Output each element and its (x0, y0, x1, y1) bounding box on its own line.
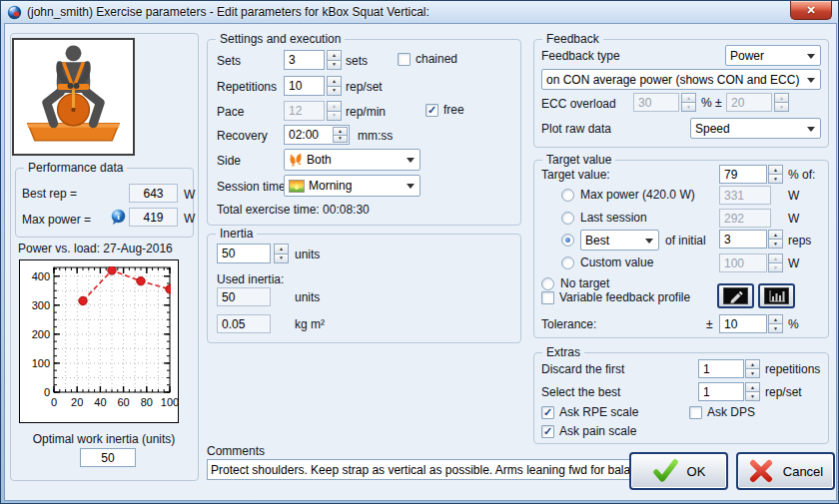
radio-circle (561, 256, 574, 269)
profile-chart-button[interactable] (758, 283, 795, 308)
ask-rpe-label: Ask RPE scale (559, 405, 638, 419)
last-session-radio[interactable]: Last session (561, 211, 647, 225)
target-value-caption: Target value (542, 153, 615, 167)
best-dropdown[interactable]: Best (580, 230, 659, 251)
select-best-field[interactable]: 1 (698, 382, 744, 401)
max-power-target-field: 331 (719, 186, 771, 205)
app-icon (7, 5, 22, 20)
free-pace-checkbox[interactable]: ✓ free (425, 103, 464, 117)
spin-down-button[interactable]: ▼ (274, 253, 289, 264)
window-title: (john_smith) Exercise parameters - Edit … (27, 5, 429, 19)
custom-value-radio[interactable]: Custom value (561, 255, 653, 269)
target-value-group: Target value (533, 160, 829, 338)
ok-check-icon (652, 458, 678, 484)
variable-feedback-checkbox[interactable]: Variable feedback profile (541, 290, 690, 304)
spin-down-button[interactable]: ▼ (327, 60, 342, 71)
discard-first-label: Discard the first (541, 362, 624, 376)
feedback-type-dropdown[interactable]: Power (725, 45, 821, 66)
spin-down-button[interactable]: ▼ (333, 135, 348, 144)
select-best-spinner: ▲ ▼ (745, 382, 760, 401)
checkbox-box (541, 291, 554, 304)
ask-dps-checkbox[interactable]: Ask DPS (689, 405, 755, 419)
plot-raw-data-dropdown[interactable]: Speed (690, 118, 821, 139)
cancel-x-icon (748, 458, 774, 484)
chevron-down-icon (407, 158, 415, 163)
no-target-radio[interactable]: No target (541, 276, 609, 290)
ask-rpe-checkbox[interactable]: ✓ Ask RPE scale (541, 405, 638, 419)
tolerance-field[interactable]: 10 (719, 314, 767, 333)
max-power-target-unit: W (788, 189, 799, 203)
spin-down-button: ▼ (774, 102, 789, 112)
spin-down-button[interactable]: ▼ (745, 391, 760, 401)
ask-pain-checkbox[interactable]: ✓ Ask pain scale (541, 424, 636, 438)
max-power-radio[interactable]: Max power (420.0 W) (561, 188, 695, 202)
spin-down-button[interactable]: ▼ (768, 239, 783, 249)
tolerance-spinner: ▲ ▼ (768, 314, 783, 333)
ecc-range-spinner: ▲ ▼ (774, 93, 789, 112)
session-time-dropdown[interactable]: Morning (284, 175, 420, 197)
power-load-chart-svg: 0204060801000100200300400 (20, 260, 178, 422)
plot-raw-data-value: Speed (695, 122, 730, 136)
plot-raw-data-label: Plot raw data (541, 122, 611, 136)
exercise-illustration (12, 38, 135, 156)
comments-input[interactable] (207, 459, 640, 480)
svg-text:300: 300 (32, 299, 50, 311)
discard-first-field[interactable]: 1 (698, 359, 744, 378)
cancel-button[interactable]: Cancel (736, 452, 835, 490)
settings-caption: Settings and execution (216, 32, 345, 46)
no-target-radio-label: No target (560, 276, 609, 290)
svg-text:60: 60 (117, 396, 129, 408)
power-load-chart-title: Power vs. load: 27-Aug-2016 (18, 242, 173, 255)
performance-data-caption: Performance data (24, 161, 127, 175)
svg-text:0: 0 (44, 386, 50, 398)
ok-button[interactable]: OK (629, 452, 728, 490)
feedback-type-label: Feedback type (541, 49, 620, 63)
initial-reps-field[interactable]: 3 (719, 230, 767, 249)
svg-text:100: 100 (32, 357, 50, 369)
ecc-overload-field: 30 (633, 93, 679, 112)
svg-text:0: 0 (51, 396, 57, 408)
sets-field[interactable]: 3 (284, 50, 325, 70)
inertia-field[interactable]: 50 (217, 244, 271, 263)
spin-down-button[interactable]: ▼ (745, 368, 760, 378)
checkbox-box (398, 53, 411, 66)
free-label: free (443, 103, 464, 117)
best-of-initial-radio[interactable] (561, 234, 574, 247)
recovery-value: 02:00 (289, 128, 319, 142)
inertia-unit: units (295, 248, 320, 261)
side-dropdown[interactable]: Both (284, 149, 420, 171)
kbox-squat-figure-icon (14, 40, 133, 154)
feedback-type-value: Power (730, 49, 764, 63)
feedback-mode-value: on CON average power (shows CON and ECC) (546, 73, 799, 87)
svg-text:80: 80 (141, 396, 153, 408)
custom-value-radio-label: Custom value (580, 255, 653, 269)
target-value-field[interactable]: 79 (719, 165, 767, 184)
max-power-label: Max power = (22, 213, 91, 227)
ecc-overload-label: ECC overload (541, 97, 616, 111)
session-time-label: Session time (217, 180, 286, 194)
recovery-field[interactable]: 02:00 ▲ ▼ (284, 125, 350, 145)
edit-profile-button[interactable] (717, 283, 754, 308)
chained-checkbox[interactable]: chained (398, 52, 457, 66)
exercise-parameters-dialog: (john_smith) Exercise parameters - Edit … (0, 0, 839, 504)
discard-first-spinner: ▲ ▼ (745, 359, 760, 378)
custom-value-field: 100 (719, 253, 767, 272)
spin-down-button[interactable]: ▼ (327, 86, 342, 97)
spin-down-button[interactable]: ▼ (768, 174, 783, 184)
chained-label: chained (416, 52, 457, 66)
ecc-range-field: 20 (726, 93, 772, 112)
pace-unit: rep/min (346, 105, 386, 119)
info-balloon-icon[interactable]: i (110, 209, 127, 226)
close-button[interactable]: ✕ (790, 1, 832, 20)
feedback-mode-dropdown[interactable]: on CON average power (shows CON and ECC) (541, 69, 821, 90)
feedback-caption: Feedback (542, 32, 603, 46)
best-rep-field: 643 (129, 184, 178, 203)
max-power-field: 419 (129, 208, 178, 227)
spin-down-button[interactable]: ▼ (768, 323, 783, 333)
extras-caption: Extras (542, 345, 584, 359)
checkbox-box: ✓ (425, 104, 438, 117)
repetitions-field[interactable]: 10 (284, 76, 325, 96)
select-best-unit: rep/set (765, 385, 802, 399)
spin-down-button: ▼ (681, 102, 696, 112)
spin-down-button: ▼ (327, 111, 342, 122)
